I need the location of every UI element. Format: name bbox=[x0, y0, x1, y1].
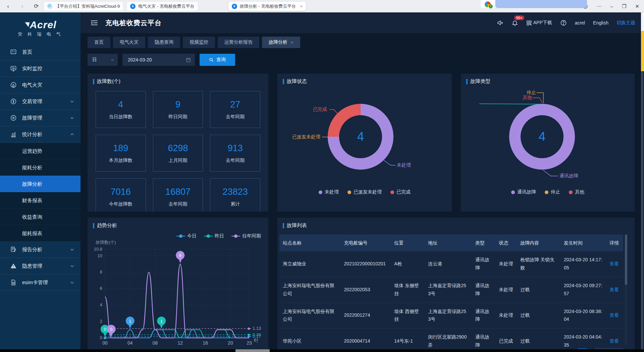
view-detail-link[interactable]: 查看 bbox=[609, 312, 619, 318]
page-tab[interactable]: 隐患查询 bbox=[148, 37, 180, 48]
window-minimize-button[interactable]: – bbox=[610, 3, 613, 9]
table-cell: 连云港 bbox=[425, 251, 472, 277]
brand-name: Acrel bbox=[24, 19, 57, 31]
fault-icon bbox=[10, 115, 17, 121]
mute-icon[interactable] bbox=[497, 19, 503, 26]
snowflake-favicon bbox=[47, 4, 53, 9]
stat-label: 去年同期 bbox=[226, 158, 245, 164]
table-scrollbar[interactable] bbox=[625, 234, 627, 345]
filter-row: 日 查询 bbox=[88, 53, 635, 66]
theme-switch-link[interactable]: 切换主题 bbox=[616, 20, 635, 26]
callout-completed: 已完成 bbox=[313, 106, 327, 113]
table-header-cell: 充电桩编号 bbox=[341, 234, 391, 251]
sidebar-item[interactable]: esim卡管理 bbox=[0, 274, 80, 291]
browser-reload-button[interactable]: ⟳ bbox=[32, 3, 40, 10]
svg-text:0.38: 0.38 bbox=[253, 332, 261, 337]
page-tab-label: 运营分析报告 bbox=[224, 39, 253, 45]
brand-subtitle: 安 科 瑞 电 气 bbox=[18, 31, 62, 37]
sidebar-item[interactable]: 隐患管理 bbox=[0, 258, 80, 274]
stat-label: 上月同期 bbox=[168, 158, 187, 164]
sidebar-subitem[interactable]: 能耗分析 bbox=[0, 159, 80, 176]
table-cell: 2024-03-20 08:38:04 bbox=[560, 303, 606, 328]
table-cell: 已完成 bbox=[495, 328, 517, 349]
page-tab-label: 视频监控 bbox=[190, 39, 208, 45]
browser-tab[interactable]: 【平台介绍】安科瑞AcrelCloud-9 bbox=[44, 1, 123, 11]
table-cell: A枪 bbox=[391, 251, 425, 277]
qr-code-icon bbox=[526, 20, 532, 26]
trend-legend-item[interactable]: 今日 bbox=[176, 233, 197, 239]
stat-card: 913 去年同期 bbox=[210, 135, 260, 172]
chevron-down-icon bbox=[70, 280, 74, 285]
table-cell: 过载 bbox=[517, 328, 560, 349]
period-select[interactable]: 日 bbox=[88, 54, 118, 66]
svg-text:00: 00 bbox=[102, 340, 108, 346]
page-tab[interactable]: 首页 bbox=[88, 37, 110, 48]
browser-tab[interactable]: 故障分析 - 充电桩收费云平台× bbox=[228, 1, 307, 11]
sidebar-item[interactable]: 电气火灾 bbox=[0, 77, 80, 93]
sidebar-subitem[interactable]: 财务报表 bbox=[0, 192, 80, 209]
stat-label: 去年同期 bbox=[168, 201, 187, 207]
view-detail-link[interactable]: 查看 bbox=[609, 338, 619, 344]
help-icon[interactable] bbox=[560, 19, 567, 26]
window-restore-button[interactable]: ❐ bbox=[622, 3, 626, 9]
sidebar-collapse-icon[interactable] bbox=[91, 20, 98, 26]
page-tab-label: 故障分析 bbox=[269, 39, 287, 45]
sidebar-item[interactable]: 首页 bbox=[0, 44, 80, 60]
view-detail-link[interactable]: 查看 bbox=[609, 287, 619, 292]
page-tab[interactable]: 运营分析报告 bbox=[218, 37, 259, 48]
table-row: 上海安科瑞电气股份有限公司2022002053墙体 东侧壁挂上海嘉定育绿路253… bbox=[279, 277, 623, 303]
query-button[interactable]: 查询 bbox=[200, 54, 235, 66]
username[interactable]: acrel bbox=[575, 20, 585, 26]
date-input[interactable] bbox=[128, 57, 178, 62]
page-tab[interactable]: 电气火灾 bbox=[113, 37, 145, 48]
trend-legend-item[interactable]: 昨日 bbox=[204, 233, 224, 239]
trend-chart[interactable]: 故障数(个)024681010.800040812162023时0.170.38… bbox=[90, 237, 263, 349]
sidebar-item[interactable]: 统计分析 bbox=[0, 126, 80, 143]
browser-back-button[interactable]: ‹ bbox=[4, 3, 12, 10]
page-tab[interactable]: 视频监控 bbox=[183, 37, 215, 48]
stats-icon bbox=[10, 131, 17, 138]
table-cell: 未处理 bbox=[495, 251, 517, 277]
svg-text:04: 04 bbox=[127, 340, 133, 346]
browser-scrollbar[interactable] bbox=[641, 12, 644, 349]
table-cell: 上海安科瑞电气股份有限公司 bbox=[279, 303, 341, 328]
stat-value: 27 bbox=[230, 99, 240, 110]
table-cell: 未处理 bbox=[495, 303, 517, 328]
table-header-cell: 类型 bbox=[472, 234, 495, 251]
taskbar-sliver bbox=[0, 349, 644, 352]
floating-widget[interactable] bbox=[481, 0, 587, 8]
sidebar-item[interactable]: 交易管理 bbox=[0, 93, 80, 110]
browser-more-button[interactable]: ⋯ bbox=[597, 3, 602, 9]
tab-close-icon[interactable]: × bbox=[300, 4, 303, 9]
table-cell: 闵行区北翟路2900弄 bbox=[425, 328, 472, 349]
notification-bell-icon[interactable]: 99+ bbox=[512, 19, 518, 26]
svg-text:6: 6 bbox=[100, 286, 102, 291]
stat-value: 4 bbox=[118, 99, 123, 110]
browser-tab[interactable]: 电气火灾 - 充电桩收费云平台 bbox=[126, 1, 198, 11]
language-switch[interactable]: English bbox=[593, 20, 608, 26]
stat-card: 6298 上月同期 bbox=[153, 135, 203, 172]
svg-text:9: 9 bbox=[179, 253, 181, 258]
sidebar-subitem[interactable]: 能耗报表 bbox=[0, 225, 80, 241]
sidebar-subitem[interactable]: 收益查询 bbox=[0, 209, 80, 225]
table-cell: 海立威物业 bbox=[279, 251, 341, 277]
window-close-button[interactable]: ✕ bbox=[635, 3, 639, 9]
sidebar-subitem[interactable]: 运营趋势 bbox=[0, 143, 80, 159]
browser-forward-button[interactable]: › bbox=[18, 3, 26, 10]
view-detail-link[interactable]: 查看 bbox=[609, 261, 619, 266]
trend-legend-item[interactable]: 往年同期 bbox=[231, 233, 261, 239]
app-download-button[interactable]: APP下载 bbox=[526, 20, 552, 26]
page-tab[interactable]: 故障分析× bbox=[262, 37, 300, 48]
date-picker[interactable] bbox=[122, 54, 195, 66]
svg-text:0: 0 bbox=[104, 327, 106, 332]
callout-dispatched: 已派发未处理 bbox=[292, 134, 320, 140]
sidebar-item-label: esim卡管理 bbox=[22, 279, 70, 286]
sidebar-subitem-active[interactable]: 故障分析 bbox=[0, 176, 80, 192]
sidebar-item[interactable]: 报告分析 bbox=[0, 241, 80, 258]
table-cell: 上海安科瑞电气股份有限公司 bbox=[279, 277, 341, 303]
browser-logo-icon bbox=[485, 1, 491, 7]
tab-close-icon[interactable]: × bbox=[291, 40, 293, 45]
scrollbar-thumb[interactable] bbox=[641, 31, 644, 71]
sidebar-item[interactable]: 故障管理 bbox=[0, 110, 80, 126]
sidebar-item[interactable]: 实时监控 bbox=[0, 60, 80, 77]
